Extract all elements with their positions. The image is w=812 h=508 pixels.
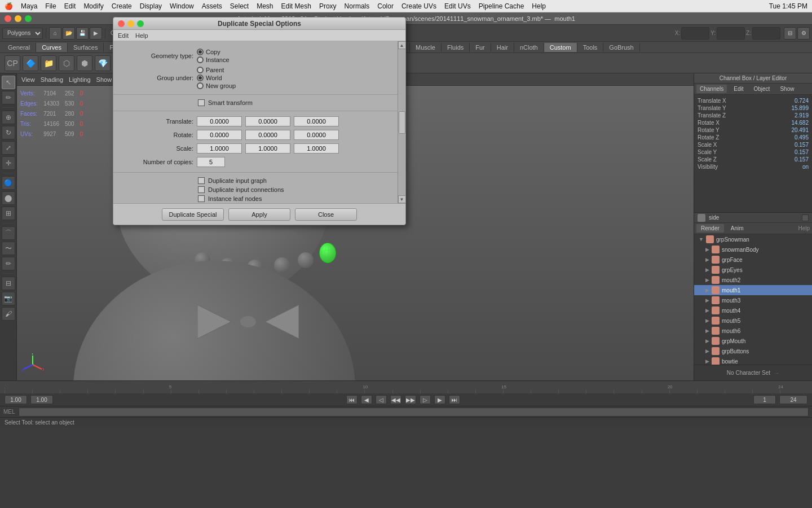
ch-row-value[interactable]: 0.157 [775, 149, 809, 155]
menu-pipeline-cache[interactable]: Pipeline Cache [479, 2, 524, 10]
instance-leaf-checkbox[interactable] [198, 195, 205, 202]
apply-button[interactable]: Apply [228, 208, 290, 221]
select-tool[interactable]: ↖ [2, 76, 15, 89]
ol-expand-arrow[interactable]: ▼ [699, 237, 704, 242]
shelf-tab-custom[interactable]: Custom [544, 43, 577, 52]
menu-create[interactable]: Create [112, 2, 132, 10]
group-world-option[interactable]: World [197, 75, 236, 81]
scroll-down-btn[interactable]: ▼ [398, 195, 406, 203]
shelf-tab-fur[interactable]: Fur [470, 43, 491, 52]
soft-mod-tool[interactable]: 🔵 [2, 176, 15, 190]
ol-expand-arrow[interactable]: ▶ [705, 277, 709, 283]
dialog-menu-edit[interactable]: Edit [118, 32, 129, 39]
close-button[interactable]: Close [295, 208, 357, 221]
ch-row-value[interactable]: 15.899 [775, 105, 809, 111]
menu-modify[interactable]: Modify [83, 2, 103, 10]
timeline-tick[interactable] [752, 390, 780, 393]
paint-select-tool[interactable]: ✏ [2, 91, 15, 104]
jump-end-btn[interactable]: ⏭ [449, 395, 460, 404]
camera-tool[interactable]: 📷 [2, 292, 15, 305]
outliner-item[interactable]: ▼ grpSnowman [694, 234, 812, 244]
play-forward-btn[interactable]: ▶▶ [405, 395, 416, 404]
dup-connections-checkbox[interactable] [198, 186, 205, 193]
outliner-item[interactable]: ▶ mouth4 [694, 305, 812, 316]
menu-edit-mesh[interactable]: Edit Mesh [281, 2, 311, 10]
menu-mesh[interactable]: Mesh [257, 2, 273, 10]
timeline-tick[interactable] [60, 390, 87, 393]
menu-maya[interactable]: Maya [21, 2, 37, 10]
shelf-icon-4[interactable]: ⬡ [59, 55, 74, 71]
ruler-track[interactable]: 1510152024 [5, 381, 807, 393]
timeline-tick[interactable] [254, 390, 281, 393]
menu-file[interactable]: File [45, 2, 56, 10]
menu-display[interactable]: Display [140, 2, 162, 10]
universal-manip-tool[interactable]: ✛ [2, 156, 15, 170]
translate-z-input[interactable] [294, 116, 339, 126]
dialog-maximize-btn[interactable] [137, 20, 144, 27]
rotate-tool[interactable]: ↻ [2, 126, 15, 139]
outliner-collapse-btn[interactable] [802, 214, 809, 221]
shelf-tab-curves[interactable]: Curves [36, 43, 68, 52]
instance-radio[interactable] [197, 56, 204, 63]
menu-assets[interactable]: Assets [202, 2, 222, 10]
outliner-item[interactable]: ▶ grpMouth [694, 336, 812, 346]
render-tab-render[interactable]: Render [696, 224, 724, 233]
shelf-tab-tools[interactable]: Tools [577, 43, 604, 52]
viewport-menu-shading[interactable]: Shading [41, 76, 63, 83]
ol-expand-arrow[interactable]: ▶ [705, 267, 709, 273]
menu-proxy[interactable]: Proxy [319, 2, 337, 10]
timeline-tick[interactable] [642, 390, 669, 393]
geometry-instance-option[interactable]: Instance [197, 56, 230, 63]
rotate-y-input[interactable] [245, 130, 290, 140]
scale-z-input[interactable] [294, 143, 339, 154]
shelf-tab-fluids[interactable]: Fluids [442, 43, 470, 52]
play-back-btn[interactable]: ◀◀ [390, 395, 401, 404]
timeline-tick[interactable] [531, 390, 558, 393]
channel-tab-edit[interactable]: Edit [730, 85, 747, 93]
parent-radio[interactable] [197, 67, 204, 73]
timeline-tick[interactable] [115, 390, 143, 393]
scale-x-input[interactable] [197, 143, 242, 154]
outliner-item[interactable]: ▶ mouth6 [694, 326, 812, 336]
duplicate-special-dialog[interactable]: Duplicate Special Options Edit Help Geom… [113, 17, 406, 225]
timeline-tick[interactable]: 1 [5, 390, 32, 393]
render-help-label[interactable]: Help [798, 225, 810, 231]
group-parent-option[interactable]: Parent [197, 67, 236, 73]
timeline-tick[interactable] [143, 390, 171, 393]
ol-expand-arrow[interactable]: ▶ [705, 247, 709, 252]
ol-expand-arrow[interactable]: ▶ [705, 348, 709, 354]
ch-row-value[interactable]: 0.157 [775, 142, 809, 148]
ol-expand-arrow[interactable]: ▶ [705, 358, 709, 364]
geometry-copy-option[interactable]: Copy [197, 49, 230, 55]
shelf-tab-ncloth[interactable]: nCloth [514, 43, 544, 52]
channel-tab-channels[interactable]: Channels [696, 85, 727, 93]
ch-row-value[interactable]: 0.724 [775, 98, 809, 104]
ch-row-value[interactable]: 14.682 [775, 120, 809, 126]
grid-toggle[interactable]: ⊟ [784, 27, 796, 40]
timeline-tick[interactable]: 10 [364, 390, 392, 393]
ol-expand-arrow[interactable]: ▶ [705, 328, 709, 334]
maximize-window-button[interactable] [25, 15, 32, 22]
timeline-tick[interactable] [586, 390, 614, 393]
menu-help[interactable]: Help [532, 2, 546, 10]
timeline-tick[interactable] [420, 390, 448, 393]
ch-row-value[interactable]: 20.491 [775, 127, 809, 133]
timeline-tick[interactable] [614, 390, 641, 393]
timeline-tick[interactable]: 20 [669, 390, 697, 393]
viewport-menu-view[interactable]: View [21, 76, 35, 83]
dialog-close-btn[interactable] [118, 20, 125, 27]
close-window-button[interactable] [5, 15, 11, 22]
translate-x-input[interactable] [197, 116, 242, 126]
timeline-tick[interactable] [309, 390, 337, 393]
render-button[interactable]: ▶ [90, 27, 102, 40]
shelf-tab-muscle[interactable]: Muscle [410, 43, 442, 52]
sculpt-tool[interactable]: ⬤ [2, 191, 15, 205]
timeline-tick[interactable] [226, 390, 254, 393]
ch-row-value[interactable]: on [775, 164, 809, 170]
translate-y-input[interactable] [245, 116, 290, 126]
next-frame-btn[interactable]: ▶ [434, 395, 445, 404]
timeline-ruler[interactable]: 1510152024 [0, 381, 812, 393]
mode-select[interactable]: Polygons [2, 28, 43, 39]
ol-expand-arrow[interactable]: ▶ [705, 297, 709, 303]
viewport-menu-lighting[interactable]: Lighting [69, 76, 91, 83]
